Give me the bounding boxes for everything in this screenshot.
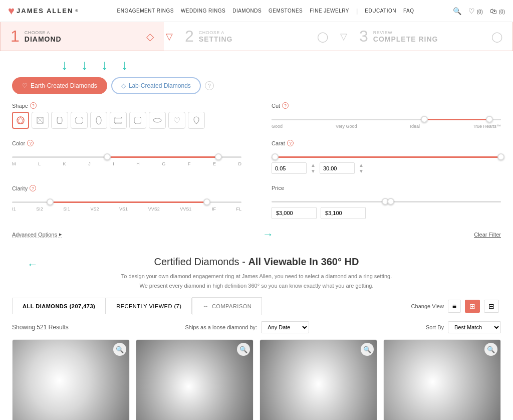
shape-pear[interactable] bbox=[188, 112, 205, 129]
recently-viewed-tab[interactable]: RECENTLY VIEWED (7) bbox=[106, 298, 192, 314]
nav-gemstones[interactable]: GEMSTONES bbox=[269, 8, 303, 14]
logo-heart-icon: ♥ bbox=[8, 5, 15, 18]
svg-marker-5 bbox=[75, 117, 83, 124]
step-2-number: 2 bbox=[185, 27, 194, 46]
carat-filter: Carat ? ▲▼ ▲▼ bbox=[272, 140, 501, 178]
certified-desc: To design your own diamond engagement ri… bbox=[116, 272, 397, 290]
view-controls: Change View ≡ ⊞ ⊟ bbox=[411, 300, 501, 313]
shape-emerald[interactable] bbox=[71, 112, 88, 129]
main-nav: ENGAGEMENT RINGS WEDDING RINGS DIAMONDS … bbox=[117, 7, 414, 15]
earth-diamonds-tab[interactable]: ♡ Earth-Created Diamonds bbox=[12, 77, 107, 94]
cut-slider[interactable]: Good Very Good Ideal True Hearts™ bbox=[272, 112, 501, 133]
carat-help[interactable]: ? bbox=[287, 140, 294, 146]
step-divider-1: ▽ bbox=[164, 22, 175, 51]
diamond-card-2[interactable]: 360° 🔍 0.74 Carat G IF Excellent Cut Rou… bbox=[136, 339, 253, 420]
carat-inputs: ▲▼ ▲▼ bbox=[272, 162, 501, 174]
step-3-icon: ◯ bbox=[491, 31, 502, 43]
cut-help[interactable]: ? bbox=[282, 102, 289, 109]
advanced-options[interactable]: Advanced Options ▸ bbox=[12, 231, 62, 238]
shape-help[interactable]: ? bbox=[30, 102, 37, 109]
zoom-btn-3[interactable]: 🔍 bbox=[361, 343, 374, 356]
color-filter: Color ? M L K J I H G F bbox=[12, 140, 241, 178]
arrow-3: ↓ bbox=[101, 58, 108, 72]
filter-help-icon[interactable]: ? bbox=[205, 81, 214, 90]
nav-education[interactable]: EDUCATION bbox=[365, 8, 396, 14]
diamond-img-2: 360° 🔍 bbox=[136, 340, 253, 420]
zoom-btn-2[interactable]: 🔍 bbox=[237, 343, 250, 356]
nav-divider: | bbox=[356, 7, 358, 15]
diamond-img-3: 360° 🔍 bbox=[260, 340, 377, 420]
shape-round[interactable] bbox=[12, 112, 29, 129]
price-max-input[interactable] bbox=[321, 207, 366, 219]
clarity-filter: Clarity ? I1 SI2 SI1 VS2 VS1 VVS2 VVS bbox=[12, 185, 241, 223]
shape-marquise[interactable] bbox=[149, 112, 166, 129]
search-icon[interactable]: 🔍 bbox=[453, 7, 461, 15]
logo[interactable]: ♥ JAMES ALLEN ® bbox=[8, 5, 78, 18]
step-3[interactable]: 3 REVIEW COMPLETE RING ◯ bbox=[349, 22, 512, 51]
view-list-btn[interactable]: ≡ bbox=[448, 300, 461, 313]
nav-engagement-rings[interactable]: ENGAGEMENT RINGS bbox=[117, 8, 174, 14]
step-3-labels: REVIEW COMPLETE RING bbox=[373, 30, 438, 43]
step-1-number: 1 bbox=[11, 27, 20, 46]
price-filter: Price bbox=[272, 185, 501, 223]
view-detail-btn[interactable]: ⊟ bbox=[484, 300, 499, 313]
view-grid-btn[interactable]: ⊞ bbox=[465, 300, 480, 313]
shape-cushion[interactable] bbox=[51, 112, 68, 129]
color-slider[interactable]: M L K J I H G F E D bbox=[12, 149, 241, 170]
diamond-card-3[interactable]: 360° 🔍 0.70 Carat E VVS1 Excellent Cut R… bbox=[260, 339, 377, 420]
color-labels: M L K J I H G F E D bbox=[12, 161, 241, 166]
svg-point-11 bbox=[153, 118, 161, 122]
all-diamonds-tab[interactable]: ALL DIAMONDS (207,473) bbox=[12, 298, 106, 314]
comparison-tab[interactable]: ↔ COMPARISON bbox=[192, 297, 262, 315]
nav-diamonds[interactable]: DIAMONDS bbox=[232, 8, 262, 14]
clarity-slider[interactable]: I1 SI2 SI1 VS2 VS1 VVS2 VVS1 IF FL bbox=[12, 194, 241, 216]
carat-max-input[interactable] bbox=[320, 162, 355, 174]
color-help[interactable]: ? bbox=[27, 140, 34, 146]
sort-select[interactable]: Best Match bbox=[448, 321, 501, 333]
sort-by: Sort By Best Match bbox=[426, 321, 501, 333]
color-label: Color ? bbox=[12, 140, 241, 146]
step-1-labels: CHOOSE A DIAMOND bbox=[25, 30, 62, 43]
filter-tabs: ♡ Earth-Created Diamonds ◇ Lab-Created D… bbox=[12, 77, 501, 94]
arrow-2: ↓ bbox=[81, 58, 88, 72]
nav-wedding-rings[interactable]: WEDDING RINGS bbox=[181, 8, 225, 14]
arrow-1: ↓ bbox=[61, 58, 68, 72]
certified-title: Certified Diamonds - All Viewable In 360… bbox=[42, 256, 471, 268]
clarity-label: Clarity ? bbox=[12, 185, 241, 191]
price-inputs bbox=[272, 207, 501, 219]
earth-tab-heart: ♡ bbox=[22, 82, 28, 89]
shape-radiant[interactable] bbox=[110, 112, 127, 129]
logo-text: JAMES ALLEN bbox=[17, 7, 73, 15]
diamond-card-1[interactable]: 360° 🔍 0.70 Carat G VVS2 Excellent Cut R… bbox=[12, 339, 130, 420]
shape-label: Shape ? bbox=[12, 102, 241, 109]
step-2[interactable]: 2 CHOOSE A SETTING ◯ bbox=[175, 22, 338, 51]
shape-filter: Shape ? bbox=[12, 102, 241, 133]
step-1[interactable]: 1 CHOOSE A DIAMOND ◇ bbox=[1, 22, 164, 51]
diamond-card-4[interactable]: 360° 🔍 0.60 Carat F VVS1 Excellent Cut R… bbox=[383, 339, 501, 420]
clarity-help[interactable]: ? bbox=[30, 185, 36, 191]
lab-diamonds-tab[interactable]: ◇ Lab-Created Diamonds bbox=[111, 77, 201, 94]
nav-faq[interactable]: FAQ bbox=[403, 8, 414, 14]
nav-fine-jewelry[interactable]: FINE JEWELRY bbox=[310, 8, 349, 14]
cut-labels: Good Very Good Ideal True Hearts™ bbox=[272, 124, 501, 129]
cart-icon[interactable]: 🛍 (0) bbox=[490, 7, 505, 15]
price-min-input[interactable] bbox=[272, 207, 317, 219]
step-3-number: 3 bbox=[359, 27, 368, 46]
step-1-icon: ◇ bbox=[146, 31, 154, 43]
zoom-btn-1[interactable]: 🔍 bbox=[113, 343, 126, 356]
shape-heart[interactable]: ♡ bbox=[168, 112, 185, 129]
zoom-btn-4[interactable]: 🔍 bbox=[484, 343, 497, 356]
wishlist-icon[interactable]: ♡ (0) bbox=[468, 7, 483, 15]
shape-oval[interactable] bbox=[90, 112, 107, 129]
shape-asscher[interactable] bbox=[129, 112, 146, 129]
clarity-labels: I1 SI2 SI1 VS2 VS1 VVS2 VVS1 IF FL bbox=[12, 206, 241, 212]
carat-min-input[interactable] bbox=[272, 162, 307, 174]
shape-princess[interactable] bbox=[32, 112, 49, 129]
price-slider[interactable] bbox=[272, 194, 501, 223]
ships-select[interactable]: Any Date bbox=[261, 321, 309, 333]
step-2-icon: ◯ bbox=[317, 31, 328, 43]
shape-options: ♡ bbox=[12, 112, 241, 129]
clear-filter-link[interactable]: Clear Filter bbox=[474, 232, 501, 238]
carat-slider[interactable]: ▲▼ ▲▼ bbox=[272, 149, 501, 178]
results-tabs: ALL DIAMONDS (207,473) RECENTLY VIEWED (… bbox=[12, 297, 501, 315]
